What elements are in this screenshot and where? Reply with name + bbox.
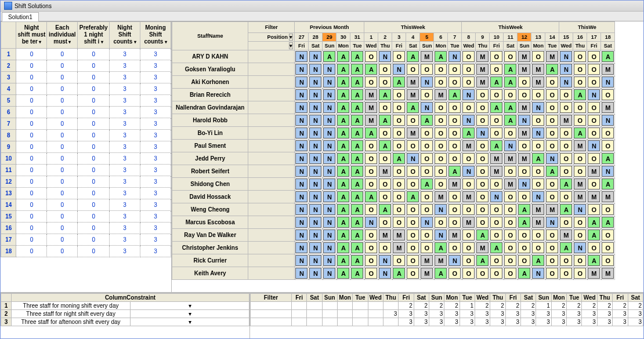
shift-cell[interactable]: A xyxy=(364,63,378,76)
shift-cell[interactable]: O xyxy=(504,203,518,216)
shift-cell[interactable]: O xyxy=(545,76,559,89)
constraint-cell[interactable]: 0 xyxy=(78,165,110,176)
shift-cell[interactable]: N xyxy=(309,254,323,267)
constraint-row[interactable]: 100033 xyxy=(1,49,171,60)
shift-cell[interactable]: N xyxy=(531,101,545,114)
count-cell[interactable]: 2 xyxy=(597,302,612,310)
day-num-12[interactable]: 12 xyxy=(518,33,531,42)
count-cell[interactable] xyxy=(337,318,352,326)
constraint-cell[interactable]: 0 xyxy=(16,49,47,60)
shift-cell[interactable]: A xyxy=(504,114,518,127)
count-cell[interactable]: 3 xyxy=(444,310,460,318)
shift-cell[interactable]: O xyxy=(545,254,559,267)
filter-cell[interactable] xyxy=(251,318,292,326)
constraint-row[interactable]: 1100033 xyxy=(1,165,171,176)
constraint-cell[interactable]: 3 xyxy=(110,165,140,176)
shift-cell[interactable]: N xyxy=(323,203,337,216)
shift-cell[interactable]: O xyxy=(448,101,462,114)
constraint-cell[interactable]: 0 xyxy=(78,246,110,257)
constraint-cell[interactable]: 3 xyxy=(110,107,140,118)
constraint-label[interactable]: Three staff for night shift every day xyxy=(12,310,131,318)
shift-cell[interactable]: N xyxy=(309,229,323,242)
staff-row[interactable]: ARY D KAHNNNAAAONOAMANOMOOMOMNOOA xyxy=(172,50,615,63)
shift-cell[interactable]: O xyxy=(490,89,504,101)
shift-cell[interactable]: A xyxy=(559,178,573,191)
shift-cell[interactable]: A xyxy=(587,254,601,267)
shift-cell[interactable]: N xyxy=(559,63,573,76)
shift-cell[interactable]: O xyxy=(378,152,392,165)
constraint-row[interactable]: 600033 xyxy=(1,107,171,118)
shift-cell[interactable]: M xyxy=(587,191,601,203)
count-cell[interactable] xyxy=(337,302,352,310)
shift-cell[interactable]: O xyxy=(378,216,392,229)
shift-cell[interactable]: N xyxy=(295,191,309,203)
shift-cell[interactable]: M xyxy=(573,140,587,152)
shift-cell[interactable]: M xyxy=(545,50,559,63)
shift-cell[interactable]: N xyxy=(434,203,448,216)
shift-cell[interactable]: A xyxy=(350,114,364,127)
shift-cell[interactable]: O xyxy=(559,216,573,229)
shift-cell[interactable]: O xyxy=(434,63,448,76)
shift-cell[interactable]: O xyxy=(462,242,476,254)
shift-cell[interactable]: O xyxy=(490,127,504,140)
constraint-cell[interactable]: 0 xyxy=(47,234,78,246)
shift-cell[interactable]: A xyxy=(350,203,364,216)
shift-cell[interactable]: A xyxy=(559,203,573,216)
shift-cell[interactable]: N xyxy=(295,63,309,76)
shift-cell[interactable]: M xyxy=(476,76,490,89)
shift-cell[interactable]: M xyxy=(476,50,490,63)
shift-cell[interactable]: A xyxy=(545,63,559,76)
constraint-label[interactable]: Three staff for moning shift every day xyxy=(12,302,131,310)
shift-cell[interactable]: A xyxy=(504,63,518,76)
shift-cell[interactable]: N xyxy=(323,152,337,165)
shift-cell[interactable]: N xyxy=(309,178,323,191)
count-cell[interactable] xyxy=(322,318,337,326)
constraint-cell[interactable]: 3 xyxy=(110,49,140,60)
shift-cell[interactable]: O xyxy=(406,242,420,254)
shift-cell[interactable]: A xyxy=(350,127,364,140)
constraint-cell[interactable]: 0 xyxy=(47,107,78,118)
shift-cell[interactable]: N xyxy=(378,50,392,63)
shift-cell[interactable]: N xyxy=(309,165,323,178)
constraint-cell[interactable]: 0 xyxy=(47,246,78,257)
shift-cell[interactable]: O xyxy=(392,50,406,63)
count-cell[interactable]: 3 xyxy=(521,318,536,326)
shift-cell[interactable]: N xyxy=(323,242,337,254)
constraint-cell[interactable]: 0 xyxy=(78,141,110,153)
shift-cell[interactable]: N xyxy=(573,203,587,216)
shift-cell[interactable]: A xyxy=(350,254,364,267)
shift-cell[interactable]: O xyxy=(392,178,406,191)
day-num-3[interactable]: 3 xyxy=(392,33,406,42)
shift-cell[interactable]: O xyxy=(406,178,420,191)
shift-cell[interactable]: A xyxy=(406,101,420,114)
shift-cell[interactable]: N xyxy=(601,114,615,127)
count-cell[interactable] xyxy=(368,302,383,310)
shift-cell[interactable]: N xyxy=(295,254,309,267)
count-cell[interactable] xyxy=(353,302,368,310)
shift-cell[interactable]: M xyxy=(406,89,420,101)
shift-cell[interactable]: A xyxy=(350,76,364,89)
count-cell[interactable]: 3 xyxy=(521,310,536,318)
constraint-cell[interactable]: 3 xyxy=(110,246,140,257)
shift-cell[interactable]: N xyxy=(420,101,434,114)
shift-cell[interactable]: O xyxy=(573,267,587,280)
shift-cell[interactable]: O xyxy=(518,191,531,203)
shift-cell[interactable]: O xyxy=(587,242,601,254)
shift-cell[interactable]: O xyxy=(504,254,518,267)
shift-cell[interactable]: A xyxy=(337,89,350,101)
shift-cell[interactable]: N xyxy=(323,229,337,242)
constraint-label-row[interactable]: 1Three staff for moning shift every day▾ xyxy=(1,302,249,310)
shift-cell[interactable]: O xyxy=(601,229,615,242)
count-cell[interactable]: 3 xyxy=(490,310,505,318)
constraint-cell[interactable]: 3 xyxy=(110,188,140,199)
count-cell[interactable]: 3 xyxy=(444,318,460,326)
shift-cell[interactable]: N xyxy=(531,191,545,203)
filter-cell[interactable] xyxy=(251,302,292,310)
shift-cell[interactable]: O xyxy=(364,76,378,89)
shift-cell[interactable]: A xyxy=(350,216,364,229)
shift-cell[interactable]: N xyxy=(531,267,545,280)
constraint-cell[interactable]: 0 xyxy=(47,199,78,211)
constraint-cell[interactable]: 0 xyxy=(78,49,110,60)
staff-position[interactable] xyxy=(248,242,295,254)
shift-cell[interactable]: N xyxy=(309,63,323,76)
